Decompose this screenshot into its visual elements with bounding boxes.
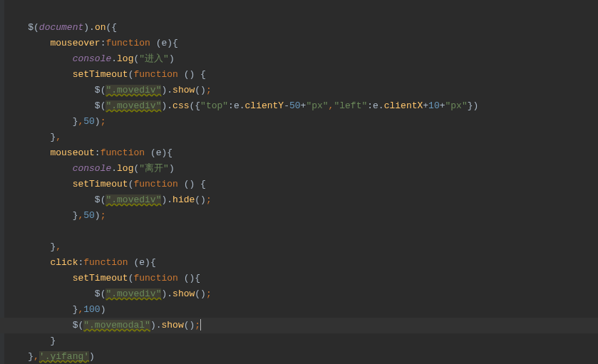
- identifier-console: console: [73, 53, 112, 64]
- code-line[interactable]: setTimeout(function (){: [6, 271, 598, 286]
- string-literal: "px": [445, 100, 468, 111]
- identifier-e: e: [373, 100, 378, 111]
- method-show: show: [161, 320, 183, 331]
- string-literal: "px": [306, 100, 328, 111]
- code-line[interactable]: click:function (e){: [6, 255, 598, 271]
- code-line[interactable]: mouseover:function (e){: [6, 36, 598, 51]
- code-line[interactable]: }: [6, 333, 598, 349]
- number-literal: 50: [83, 210, 95, 221]
- call-setTimeout: setTimeout: [73, 69, 128, 80]
- call-setTimeout: setTimeout: [73, 273, 128, 284]
- string-literal: ".movemodal": [83, 320, 150, 331]
- property-click: click: [50, 257, 78, 268]
- code-editor[interactable]: $(document).on({ mouseover:function (e){…: [0, 0, 598, 364]
- text-cursor: [200, 319, 201, 331]
- number-literal: 10: [428, 100, 440, 111]
- editor-gutter: [0, 0, 4, 364]
- identifier-e: e: [234, 100, 239, 111]
- keyword-function: function: [100, 147, 145, 158]
- string-literal: ".movediv": [105, 85, 161, 95]
- code-line[interactable]: $(".movediv").css({"top":e.clientY-50+"p…: [6, 98, 598, 114]
- code-line[interactable]: $(document).on({: [6, 20, 598, 36]
- string-literal: '.yifang': [39, 351, 89, 362]
- jquery-dollar: $: [28, 22, 33, 33]
- property-mouseout: mouseout: [50, 147, 94, 158]
- number-literal: 100: [83, 304, 100, 315]
- method-show: show: [172, 85, 195, 95]
- number-literal: 50: [289, 100, 301, 111]
- identifier-console: console: [73, 163, 112, 174]
- keyword-function: function: [133, 69, 177, 80]
- string-literal: "离开": [139, 163, 169, 174]
- code-line[interactable]: $(".movediv").show();: [6, 286, 598, 302]
- code-line[interactable]: console.log("离开"): [6, 161, 598, 177]
- method-css: css: [172, 100, 189, 111]
- code-line[interactable]: [6, 224, 598, 239]
- code-line[interactable]: },: [6, 130, 598, 145]
- code-line[interactable]: setTimeout(function () {: [6, 67, 598, 83]
- method-log: log: [117, 163, 133, 174]
- property-clientY: clientY: [245, 100, 284, 111]
- keyword-function: function: [133, 273, 177, 284]
- code-line[interactable]: $(".movediv").show();: [6, 83, 598, 98]
- code-line[interactable]: },'.yifang'): [6, 349, 598, 364]
- code-line[interactable]: mouseout:function (e){: [6, 145, 598, 161]
- identifier-document: document: [39, 22, 83, 33]
- number-literal: 50: [83, 116, 95, 127]
- code-line[interactable]: setTimeout(function () {: [6, 177, 598, 192]
- code-line[interactable]: },50);: [6, 114, 598, 130]
- parameter-e: e: [139, 257, 145, 268]
- code-line[interactable]: },100): [6, 302, 598, 318]
- code-line[interactable]: $(".movediv").hide();: [6, 192, 598, 208]
- keyword-function: function: [105, 38, 150, 48]
- string-literal: ".movediv": [105, 194, 161, 205]
- property-mouseover: mouseover: [50, 38, 100, 48]
- code-line[interactable]: },: [6, 239, 598, 255]
- string-literal: "进入": [139, 53, 169, 64]
- string-literal: ".movediv": [105, 288, 161, 299]
- method-hide: hide: [172, 194, 195, 205]
- string-literal: "top": [200, 100, 228, 111]
- parameter-e: e: [156, 147, 162, 158]
- string-literal: "left": [334, 100, 367, 111]
- code-line[interactable]: },50);: [6, 208, 598, 224]
- keyword-function: function: [83, 257, 128, 268]
- method-on: on: [95, 22, 106, 33]
- keyword-function: function: [133, 179, 177, 189]
- property-clientX: clientX: [384, 100, 423, 111]
- method-show: show: [172, 288, 195, 299]
- code-line-current[interactable]: $(".movemodal").show();: [0, 318, 598, 333]
- string-literal: ".movediv": [105, 100, 161, 111]
- code-line[interactable]: [6, 4, 598, 20]
- call-setTimeout: setTimeout: [73, 179, 128, 189]
- code-line[interactable]: console.log("进入"): [6, 51, 598, 67]
- method-log: log: [117, 53, 133, 64]
